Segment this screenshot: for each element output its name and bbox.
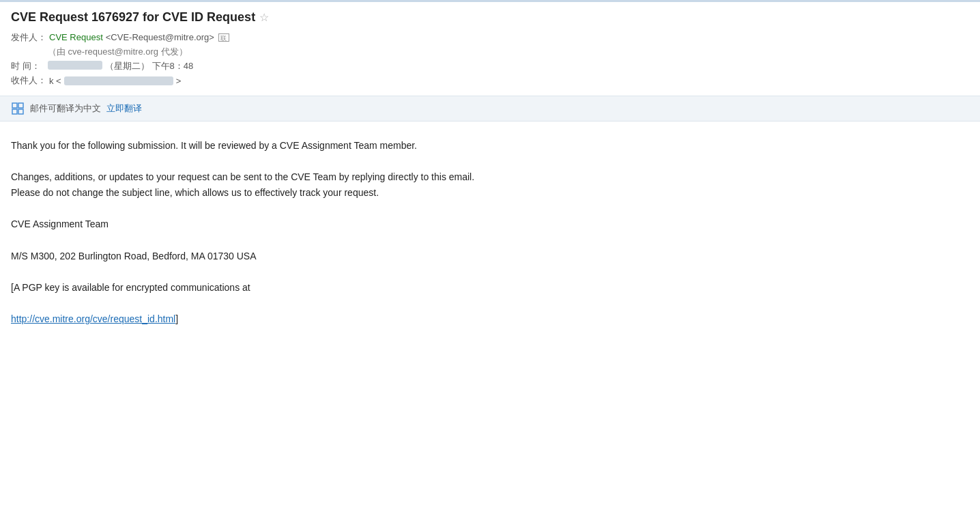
proxy-note: （由 cve-request@mitre.org 代发） — [48, 46, 969, 58]
svg-rect-2 — [12, 109, 17, 114]
star-icon[interactable]: ☆ — [259, 11, 269, 24]
sender-name: CVE Request — [49, 32, 103, 42]
svg-rect-1 — [18, 103, 23, 108]
link-suffix: ] — [175, 313, 178, 324]
from-row: 发件人： CVE Request <CVE-Request@mitre.org>… — [11, 31, 969, 44]
body-paragraph-2: Changes, additions, or updates to your r… — [11, 169, 969, 200]
from-label: 发件人： — [11, 31, 46, 44]
recipient-prefix: k < — [49, 76, 61, 86]
body-paragraph-4: M/S M300, 202 Burlington Road, Bedford, … — [11, 249, 969, 264]
email-container: CVE Request 1676927 for CVE ID Request ☆… — [0, 2, 980, 343]
email-body: Thank you for the following submission. … — [0, 122, 980, 343]
cve-link[interactable]: http://cve.mitre.org/cve/request_id.html — [11, 313, 175, 324]
body-paragraph-link: http://cve.mitre.org/cve/request_id.html… — [11, 311, 969, 326]
to-row: 收件人： k < > — [11, 74, 969, 87]
time-suffix: （星期二） 下午8：48 — [105, 60, 193, 72]
translate-icon — [11, 102, 25, 115]
body-paragraph-5: [A PGP key is available for encrypted co… — [11, 280, 969, 295]
recipient-suffix: > — [176, 76, 182, 86]
body-paragraph-3: CVE Assignment Team — [11, 216, 969, 231]
subject-title: CVE Request 1676927 for CVE ID Request — [11, 10, 255, 25]
subject-line: CVE Request 1676927 for CVE ID Request ☆ — [11, 10, 969, 25]
time-row: 时 间： （星期二） 下午8：48 — [11, 60, 969, 72]
body-text-4: M/S M300, 202 Burlington Road, Bedford, … — [11, 251, 257, 261]
body-text-1: Thank you for the following submission. … — [11, 140, 417, 151]
body-paragraph-1: Thank you for the following submission. … — [11, 138, 969, 153]
time-blurred — [48, 61, 102, 70]
translate-link[interactable]: 立即翻译 — [106, 102, 142, 115]
svg-rect-3 — [18, 109, 23, 114]
contact-card-icon[interactable]: 联 — [218, 33, 229, 42]
svg-rect-0 — [12, 103, 17, 108]
to-label: 收件人： — [11, 74, 46, 87]
time-label: 时 间： — [11, 60, 45, 72]
body-text-3: CVE Assignment Team — [11, 218, 109, 229]
recipient-blurred — [64, 76, 173, 85]
sender-email: <CVE-Request@mitre.org> — [106, 32, 214, 42]
body-text-2b: Please do not change the subject line, w… — [11, 187, 379, 198]
body-text-2a: Changes, additions, or updates to your r… — [11, 171, 474, 182]
email-header: CVE Request 1676927 for CVE ID Request ☆… — [0, 2, 980, 96]
translate-bar: 邮件可翻译为中文 立即翻译 — [0, 96, 980, 122]
translate-text: 邮件可翻译为中文 — [30, 102, 101, 115]
body-text-5: [A PGP key is available for encrypted co… — [11, 282, 250, 293]
